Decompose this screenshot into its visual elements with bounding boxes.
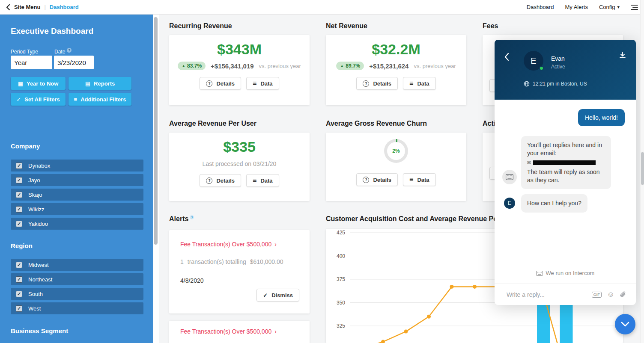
svg-text:325: 325 [337, 323, 345, 329]
chat-header: E Evan Active 12:21 pm in Boston, US [495, 40, 636, 100]
check-icon: ✓ [263, 292, 268, 299]
region-item-northeast[interactable]: ✓ Northeast [11, 273, 143, 285]
year-to-now-button[interactable]: ▦ Year to Now [11, 77, 66, 90]
period-type-input[interactable] [11, 56, 52, 69]
checkbox-checked-icon[interactable]: ✓ [16, 206, 22, 213]
company-item-label: Dynabox [28, 163, 50, 169]
menu-icon[interactable] [631, 5, 638, 10]
bot-avatar [502, 170, 517, 184]
net-revenue-card: $32.2M ▲ 89.7% +$15,231,624 vs. previous… [326, 35, 466, 105]
data-button[interactable]: ≡ Data [403, 173, 436, 186]
data-button[interactable]: ≡ Data [403, 77, 436, 90]
last-processed-label: Last processed on 03/21/20 [203, 160, 277, 167]
reports-label: Reports [94, 80, 115, 87]
churn-donut-chart: 2% [384, 139, 408, 163]
date-help-icon[interactable]: ? [67, 48, 72, 53]
back-chevron-icon[interactable] [6, 4, 10, 11]
site-menu-link[interactable]: Site Menu [14, 4, 40, 10]
info-line-2: The team will reply as soon as they can. [527, 169, 600, 183]
greeting-message-bubble: How can I help you? [521, 194, 587, 213]
details-button[interactable]: ? Details [356, 173, 398, 186]
net-revenue-badge: ▲ 89.7% [336, 62, 364, 70]
gif-button[interactable]: GIF [592, 292, 602, 298]
details-button[interactable]: ? Details [200, 77, 241, 90]
set-all-filters-label: Set All Filters [24, 96, 60, 103]
nav-config[interactable]: Config ▾ [599, 4, 620, 10]
company-item-yakidoo[interactable]: ✓ Yakidoo [11, 218, 143, 230]
intercom-footer-link[interactable]: We run on Intercom [495, 270, 636, 276]
list-icon: ≡ [409, 176, 413, 183]
checkbox-checked-icon[interactable]: ✓ [16, 163, 22, 169]
reports-button[interactable]: ▤ Reports [69, 77, 131, 90]
dismiss-button[interactable]: ✓ Dismiss [256, 289, 299, 302]
page-scrollbar-thumb[interactable] [641, 152, 644, 185]
info-line-1: You'll get replies here and in your emai… [527, 142, 602, 157]
arpu-title: Average Revenue Per User [169, 120, 256, 127]
alert-date: 4/8/2020 [180, 277, 204, 284]
region-item-south[interactable]: ✓ South [11, 288, 143, 300]
data-button[interactable]: ≡ Data [246, 77, 279, 90]
emoji-button[interactable]: ☺ [607, 291, 614, 298]
compare-label: vs. previous year [414, 63, 456, 69]
chevron-right-icon: › [274, 241, 277, 248]
attachment-button[interactable] [620, 291, 626, 298]
filters-sidebar: Executive Dashboard Period Type Date ? ▦… [0, 15, 153, 343]
data-button[interactable]: ≡ Data [246, 174, 279, 187]
alerts-help-icon[interactable]: ? [190, 215, 194, 219]
question-circle-icon: ? [363, 177, 369, 183]
details-button[interactable]: ? Details [356, 77, 398, 90]
nav-dashboard[interactable]: Dashboard [527, 4, 554, 10]
company-item-label: Yakidoo [28, 221, 48, 227]
details-label: Details [373, 177, 391, 183]
report-icon: ▤ [85, 80, 90, 87]
redacted-email [533, 160, 596, 165]
company-item-label: Wikizz [28, 206, 45, 213]
agent-name: Evan [551, 55, 565, 62]
intercom-footer-label: We run on Intercom [546, 270, 595, 276]
caret-down-icon: ▾ [617, 4, 620, 10]
download-conversation-button[interactable] [617, 50, 628, 61]
chat-back-button[interactable] [501, 52, 512, 62]
breadcrumb-current: Dashboard [50, 4, 79, 10]
agent-local-time: 12:21 pm in Boston, US [524, 81, 587, 87]
checkbox-checked-icon[interactable]: ✓ [16, 221, 22, 227]
data-label: Data [417, 177, 429, 183]
fee-transaction-alert-link[interactable]: Fee Transaction(s) Over $500,000 › [180, 241, 277, 248]
paperclip-icon [620, 291, 626, 298]
online-status-dot [539, 66, 544, 71]
reply-input[interactable] [507, 291, 592, 298]
recurring-revenue-delta: +$156,341,019 [211, 62, 254, 70]
fee-transaction-alert-link[interactable]: Fee Transaction(s) Over $500,000 › [180, 328, 277, 335]
churn-card: 2% ? Details ≡ Data [326, 133, 466, 201]
alerts-title-label: Alerts [169, 215, 188, 222]
region-item-midwest[interactable]: ✓ Midwest [11, 259, 143, 271]
details-button[interactable]: ? Details [200, 174, 241, 187]
additional-filters-button[interactable]: ≡ Additional Filters [69, 93, 131, 106]
company-item-wikizz[interactable]: ✓ Wikizz [11, 203, 143, 215]
checkbox-checked-icon[interactable]: ✓ [16, 177, 22, 183]
checkbox-checked-icon[interactable]: ✓ [16, 192, 22, 198]
set-all-filters-button[interactable]: ✓ Set All Filters [11, 93, 66, 106]
company-item-skajo[interactable]: ✓ Skajo [11, 189, 143, 201]
details-label: Details [216, 177, 235, 184]
checkbox-checked-icon[interactable]: ✓ [16, 262, 22, 268]
company-item-dynabox[interactable]: ✓ Dynabox [11, 160, 143, 172]
agent-mini-avatar: E [504, 198, 515, 209]
chat-launcher-button[interactable] [615, 314, 635, 334]
company-item-jayo[interactable]: ✓ Jayo [11, 174, 143, 186]
checkbox-checked-icon[interactable]: ✓ [16, 276, 22, 283]
sidebar-scrollbar-thumb[interactable] [154, 17, 158, 245]
recurring-revenue-badge: ▲ 83.7% [178, 62, 206, 70]
alert-link-label: Fee Transaction(s) Over $500,000 [180, 328, 271, 335]
arpu-value: $335 [223, 139, 256, 155]
alert-count: 1 [180, 258, 184, 265]
date-input[interactable] [54, 56, 94, 69]
checkbox-checked-icon[interactable]: ✓ [16, 291, 22, 297]
svg-text:425: 425 [337, 230, 345, 236]
region-item-west[interactable]: ✓ West [11, 302, 143, 314]
check-icon: ✓ [16, 96, 21, 103]
nav-my-alerts[interactable]: My Alerts [565, 4, 587, 10]
checkbox-checked-icon[interactable]: ✓ [16, 305, 22, 312]
up-triangle-icon: ▲ [182, 64, 185, 68]
chat-composer: GIF ☺ [495, 284, 636, 305]
